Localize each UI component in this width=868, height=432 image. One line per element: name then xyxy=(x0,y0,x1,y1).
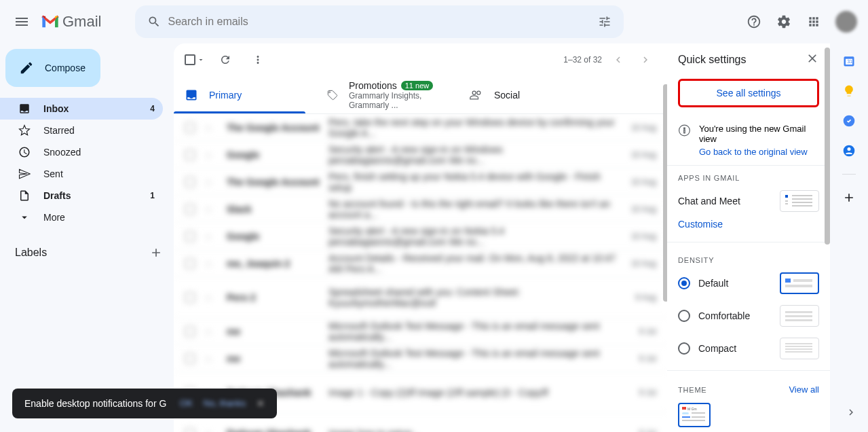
qs-info: You're using the new Gmail view Go back … xyxy=(667,115,830,166)
people-icon xyxy=(470,88,483,102)
apps-thumbnail xyxy=(780,190,819,212)
nav-snoozed[interactable]: Snoozed xyxy=(0,141,163,163)
tab-promotions[interactable]: Promotions 11 new Grammarly Insights, Gr… xyxy=(316,76,459,113)
toast-no-button[interactable]: No, thanks xyxy=(204,398,246,409)
svg-rect-14 xyxy=(785,346,812,347)
svg-rect-8 xyxy=(793,279,812,282)
tab-label: Social xyxy=(494,90,520,101)
nav-label: Sent xyxy=(43,168,155,179)
chevron-right-icon xyxy=(845,406,857,418)
info-icon xyxy=(678,124,691,137)
refresh-button[interactable] xyxy=(219,53,232,67)
compose-button[interactable]: Compose xyxy=(5,49,100,87)
tab-label: Promotions xyxy=(349,80,397,91)
rail-expand-button[interactable] xyxy=(845,406,857,421)
nav-label: Inbox xyxy=(43,103,150,114)
notification-toast: Enable desktop notifications for G OK No… xyxy=(12,389,277,418)
file-icon xyxy=(18,190,31,202)
qs-apps-title: APPS IN GMAIL xyxy=(667,166,830,185)
svg-rect-15 xyxy=(785,348,812,350)
prev-page-button[interactable] xyxy=(607,49,629,71)
header-right xyxy=(740,8,863,35)
hamburger-icon xyxy=(14,14,30,30)
send-icon xyxy=(18,168,31,180)
quick-settings-panel: Quick settings See all settings You're u… xyxy=(667,43,830,432)
email-list[interactable]: ☆The Google AccountPero, take the next s… xyxy=(174,114,667,432)
more-button[interactable] xyxy=(251,53,265,67)
refresh-icon xyxy=(219,54,231,66)
clock-icon xyxy=(18,146,31,158)
main-panel: 1–32 of 32 Primary Promotions 11 new Gra… xyxy=(174,43,667,432)
density-comfortable[interactable]: Comfortable xyxy=(667,300,830,332)
nav-more[interactable]: More xyxy=(0,206,163,228)
theme-thumbnail[interactable]: M Gm xyxy=(678,403,711,427)
calendar-app-icon[interactable]: 31 xyxy=(842,54,856,68)
sidebar: Compose Inbox 4 Starred Snoozed Sent Dra… xyxy=(0,43,174,432)
email-row[interactable]: ☆The Google AccountPero, take the next s… xyxy=(174,114,667,141)
close-icon xyxy=(806,52,819,65)
svg-rect-4 xyxy=(792,198,812,200)
category-tabs: Primary Promotions 11 new Grammarly Insi… xyxy=(174,76,667,114)
nav-starred[interactable]: Starred xyxy=(0,120,163,141)
gmail-logo-icon xyxy=(41,14,60,29)
plus-icon[interactable] xyxy=(149,246,163,259)
select-all-checkbox[interactable] xyxy=(185,54,205,65)
email-row[interactable]: ☆GoogleSecurity alert - A new sign-in on… xyxy=(174,141,667,168)
gear-icon xyxy=(776,14,791,29)
svg-rect-9 xyxy=(785,285,812,287)
settings-button[interactable] xyxy=(770,8,797,35)
search-input[interactable] xyxy=(168,16,591,28)
density-thumbnail xyxy=(780,305,819,327)
nav-drafts[interactable]: Drafts 1 xyxy=(0,185,163,206)
account-avatar[interactable] xyxy=(835,11,857,33)
nav-inbox[interactable]: Inbox 4 xyxy=(0,98,163,120)
see-all-settings-button[interactable]: See all settings xyxy=(678,79,819,107)
email-row[interactable]: ☆meMicrosoft Outlook Test Message - This… xyxy=(174,345,667,372)
view-all-themes-link[interactable]: View all xyxy=(789,384,819,395)
contacts-app-icon[interactable] xyxy=(842,144,856,158)
customise-link[interactable]: Customise xyxy=(667,217,830,236)
svg-rect-10 xyxy=(785,311,812,313)
email-row[interactable]: ☆me, Joaquin 2Account Details - Received… xyxy=(174,250,667,277)
toast-ok-button[interactable]: OK xyxy=(180,398,193,409)
keep-app-icon[interactable] xyxy=(842,84,856,98)
tab-subtext: Grammarly Insights, Grammarly ... xyxy=(349,91,448,110)
dropdown-arrow-icon xyxy=(197,56,205,64)
support-button[interactable] xyxy=(740,8,768,35)
apps-button[interactable] xyxy=(800,8,827,35)
nav-sent[interactable]: Sent xyxy=(0,163,163,185)
inbox-icon xyxy=(18,103,31,115)
tab-primary[interactable]: Primary xyxy=(174,76,316,113)
tab-badge: 11 new xyxy=(401,81,433,90)
email-row[interactable]: ☆The Google AccountPero, finish setting … xyxy=(174,168,667,196)
email-row[interactable]: ☆meMicrosoft Outlook Test Message - This… xyxy=(174,318,667,345)
close-button[interactable] xyxy=(806,52,819,68)
logo[interactable]: Gmail xyxy=(38,13,101,31)
density-compact[interactable]: Compact xyxy=(667,332,830,365)
labels-title: Labels xyxy=(15,247,47,259)
svg-point-32 xyxy=(848,147,851,151)
toast-close-button[interactable]: ✕ xyxy=(257,398,265,409)
add-app-button[interactable] xyxy=(842,191,856,204)
nav-label: Starred xyxy=(43,125,155,136)
svg-rect-13 xyxy=(785,343,812,344)
tab-social[interactable]: Social xyxy=(459,76,601,113)
qs-scrollbar[interactable] xyxy=(825,48,830,245)
logo-text: Gmail xyxy=(62,13,101,31)
svg-rect-7 xyxy=(785,278,791,283)
side-rail: 31 xyxy=(830,43,868,432)
next-page-button[interactable] xyxy=(635,49,656,71)
email-row[interactable]: ☆Pero 2Spreadsheet shared with you: Cont… xyxy=(174,277,667,318)
search-button[interactable] xyxy=(140,8,168,35)
svg-rect-17 xyxy=(682,407,686,410)
main-menu-button[interactable] xyxy=(5,5,38,38)
qs-info-link[interactable]: Go back to the original view xyxy=(699,147,819,157)
search-options-button[interactable] xyxy=(591,8,618,35)
density-default[interactable]: Default xyxy=(667,267,830,300)
svg-rect-1 xyxy=(785,200,788,202)
tasks-app-icon[interactable] xyxy=(842,114,856,128)
plus-icon xyxy=(842,191,856,204)
email-row[interactable]: ☆GoogleSecurity alert - A new sign-in on… xyxy=(174,223,667,250)
email-row[interactable]: ☆SlackNo account found - Is this the rig… xyxy=(174,196,667,223)
svg-rect-5 xyxy=(792,202,812,203)
